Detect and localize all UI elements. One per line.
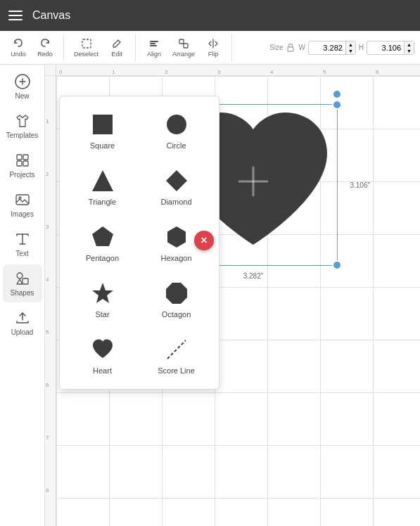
grid-icon [14,152,31,169]
height-input-wrap: ▲ ▼ [367,41,414,55]
pentagon-shape-icon [89,223,117,251]
svg-marker-21 [167,226,186,248]
svg-line-24 [167,340,186,359]
square-shape-icon [89,110,117,139]
ruler-corner [45,65,56,76]
flip-button[interactable]: Flip [201,34,226,61]
svg-rect-5 [184,44,188,48]
width-down[interactable]: ▼ [346,48,355,54]
main-area: New Templates Projects Images [0,65,420,526]
svg-rect-16 [93,115,113,134]
delete-button[interactable]: × [194,231,214,250]
undo-button[interactable]: Undo [6,34,31,61]
align-group: Align Arrange Flip [141,34,232,61]
svg-rect-11 [23,161,28,166]
height-dimension-label: 3.106" [350,181,370,189]
sidebar-item-shapes[interactable]: Shapes [3,264,42,302]
hexagon-shape-icon [163,223,191,251]
left-sidebar: New Templates Projects Images [0,65,45,526]
lock-icon [286,43,295,53]
shape-item-square[interactable]: Square [68,105,136,155]
deselect-button[interactable]: Deselect [70,34,103,61]
edit-button[interactable]: Edit [104,34,129,61]
height-label: H [359,44,364,51]
size-label: Size [269,44,283,51]
ruler-top: 0 1 2 3 4 5 6 7 [56,65,420,76]
canvas-content[interactable]: Square Circle Triangle [56,76,420,526]
canvas-area[interactable]: 0 1 2 3 4 5 6 7 1 2 3 4 5 6 7 8 [45,65,420,526]
svg-rect-9 [23,155,28,160]
width-up[interactable]: ▲ [346,41,355,48]
width-stepper: ▲ ▼ [345,41,355,54]
width-input-wrap: ▲ ▼ [308,41,356,55]
svg-rect-8 [17,155,22,160]
app-title: Canvas [32,9,70,22]
octagon-shape-icon [163,279,191,307]
plus-icon [14,73,31,90]
shape-item-diamond[interactable]: Diamond [142,161,210,212]
align-button[interactable]: Align [141,34,167,61]
svg-rect-6 [288,47,293,51]
rotate-handle[interactable] [332,89,342,99]
sidebar-item-text[interactable]: Text [3,225,42,263]
sidebar-item-projects[interactable]: Projects [3,146,42,184]
redo-button[interactable]: Redo [32,34,58,61]
svg-rect-3 [150,45,157,46]
height-down[interactable]: ▼ [405,48,414,54]
sidebar-item-new[interactable]: New [3,68,42,105]
ruler-left: 1 2 3 4 5 6 7 8 [45,76,56,526]
shape-item-star[interactable]: Star [68,274,136,324]
size-group: Size W ▲ ▼ H ▲ ▼ [269,41,414,55]
text-icon [14,231,31,248]
diamond-shape-icon [163,167,191,195]
svg-rect-2 [150,43,155,44]
shape-item-score-line[interactable]: Score Line [142,330,210,380]
triangle-shape-icon [89,167,117,195]
svg-marker-18 [92,170,113,191]
height-input[interactable] [367,41,404,54]
shape-item-triangle[interactable]: Triangle [68,161,136,212]
deselect-group: Deselect Edit [70,34,136,61]
height-up[interactable]: ▲ [405,41,414,48]
svg-point-17 [167,115,186,134]
toolbar: Undo Redo Deselect Edit Align Arrange Fl… [0,31,420,65]
sidebar-item-images[interactable]: Images [3,186,42,224]
svg-rect-4 [179,39,184,44]
top-bar: Canvas [0,0,420,31]
svg-point-13 [19,197,21,199]
star-shape-icon [89,279,117,307]
heart-shape-icon [89,335,117,364]
svg-marker-20 [92,226,113,246]
width-dimension-label: 3.282" [243,272,264,280]
shape-item-octagon[interactable]: Octagon [142,274,210,324]
arrange-button[interactable]: Arrange [168,34,199,61]
resize-handle-tr[interactable] [332,100,342,110]
width-label: W [298,44,305,51]
tshirt-icon [14,113,31,129]
svg-rect-12 [16,195,29,205]
svg-rect-15 [23,278,28,284]
svg-marker-23 [166,283,187,304]
width-input[interactable] [309,41,345,54]
svg-marker-19 [166,170,187,191]
shape-item-circle[interactable]: Circle [142,105,210,155]
shapes-icon [14,270,31,287]
circle-shape-icon [163,110,191,139]
sidebar-item-templates[interactable]: Templates [3,107,42,145]
undo-redo-group: Undo Redo [6,34,64,61]
svg-rect-10 [17,161,22,166]
resize-handle-br[interactable] [332,260,342,270]
svg-rect-1 [150,41,158,42]
shapes-grid: Square Circle Triangle [68,105,210,380]
image-icon [14,191,31,208]
svg-rect-0 [82,39,91,48]
shape-item-heart[interactable]: Heart [68,330,136,380]
height-stepper: ▲ ▼ [404,41,414,54]
sidebar-item-upload[interactable]: Upload [3,304,42,342]
score-line-shape-icon [163,335,191,364]
svg-marker-22 [92,283,113,303]
shape-item-pentagon[interactable]: Pentagon [68,217,136,268]
menu-icon[interactable] [8,11,23,20]
upload-icon [14,309,31,326]
svg-point-14 [17,273,23,278]
